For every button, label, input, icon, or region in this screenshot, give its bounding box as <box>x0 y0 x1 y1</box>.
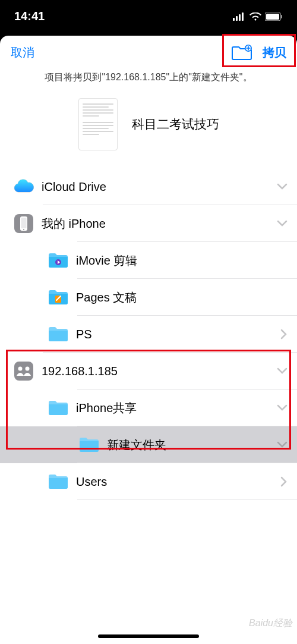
location-iphone[interactable]: 我的 iPhone <box>0 205 297 242</box>
svg-rect-2 <box>239 14 241 21</box>
folder-imovie[interactable]: iMovie 剪辑 <box>0 242 297 279</box>
folder-icon <box>76 436 102 454</box>
svg-point-16 <box>26 367 30 371</box>
svg-point-15 <box>18 367 23 371</box>
folder-label: iPhone共享 <box>71 400 277 416</box>
svg-rect-14 <box>14 362 33 381</box>
new-folder-icon[interactable] <box>232 45 252 60</box>
status-bar: 14:41 <box>0 0 297 33</box>
folder-label: PS <box>71 328 280 341</box>
folder-icon <box>45 325 71 343</box>
folder-iphone-share[interactable]: iPhone共享 <box>0 389 297 426</box>
folder-label: Users <box>71 475 280 489</box>
document-thumbnail-icon <box>78 98 118 150</box>
svg-rect-1 <box>236 16 238 21</box>
chevron-down-icon <box>277 367 287 375</box>
folder-pages[interactable]: Pages 文稿 <box>0 279 297 316</box>
battery-icon <box>265 12 283 21</box>
nav-actions: 拷贝 <box>232 45 286 61</box>
signal-icon <box>233 12 246 21</box>
chevron-down-icon <box>277 220 287 227</box>
svg-rect-3 <box>242 12 244 21</box>
cancel-button[interactable]: 取消 <box>11 45 34 61</box>
svg-point-12 <box>23 229 24 230</box>
folder-label: 新建文件夹 <box>102 437 277 453</box>
location-icloud[interactable]: iCloud Drive <box>0 168 297 205</box>
folder-label: Pages 文稿 <box>71 290 287 306</box>
subtitle: 项目将拷贝到"192.168.1.185"上的"新建文件夹"。 <box>0 69 297 92</box>
folder-new-folder[interactable]: 新建文件夹 <box>0 426 297 463</box>
watermark: Baidu经验 <box>249 617 292 630</box>
wifi-icon <box>249 12 261 21</box>
folder-ps[interactable]: PS <box>0 316 297 353</box>
status-right <box>233 12 283 21</box>
svg-rect-5 <box>266 14 279 20</box>
status-time: 14:41 <box>14 10 45 23</box>
location-label: iCloud Drive <box>37 180 277 194</box>
chevron-down-icon <box>277 441 287 448</box>
file-preview: 科目二考试技巧 <box>0 92 297 168</box>
locations-list: iCloud Drive 我的 iPhone iMovie 剪辑 <box>0 168 297 500</box>
chevron-right-icon <box>280 329 287 340</box>
nav-bar: 取消 拷贝 <box>0 36 297 69</box>
file-name: 科目二考试技巧 <box>132 116 219 133</box>
svg-rect-11 <box>21 218 27 228</box>
copy-sheet: 取消 拷贝 项目将拷贝到"192.168.1.185"上的"新建文件夹"。 科目… <box>0 36 297 644</box>
location-server[interactable]: 192.168.1.185 <box>0 353 297 389</box>
location-label: 192.168.1.185 <box>37 365 277 378</box>
copy-button[interactable]: 拷贝 <box>263 45 286 61</box>
folder-label: iMovie 剪辑 <box>71 253 287 269</box>
folder-icon <box>45 399 71 417</box>
svg-rect-0 <box>233 18 235 21</box>
chevron-right-icon <box>280 476 287 487</box>
server-icon <box>11 360 37 382</box>
folder-icon <box>45 288 71 306</box>
folder-icon <box>45 473 71 491</box>
icloud-icon <box>11 179 37 194</box>
iphone-icon <box>11 213 37 234</box>
location-label: 我的 iPhone <box>37 216 277 232</box>
chevron-down-icon <box>277 183 287 190</box>
svg-rect-6 <box>281 15 282 18</box>
folder-icon <box>45 252 71 269</box>
home-indicator[interactable] <box>98 634 199 638</box>
chevron-down-icon <box>277 404 287 411</box>
folder-users[interactable]: Users <box>0 463 297 500</box>
